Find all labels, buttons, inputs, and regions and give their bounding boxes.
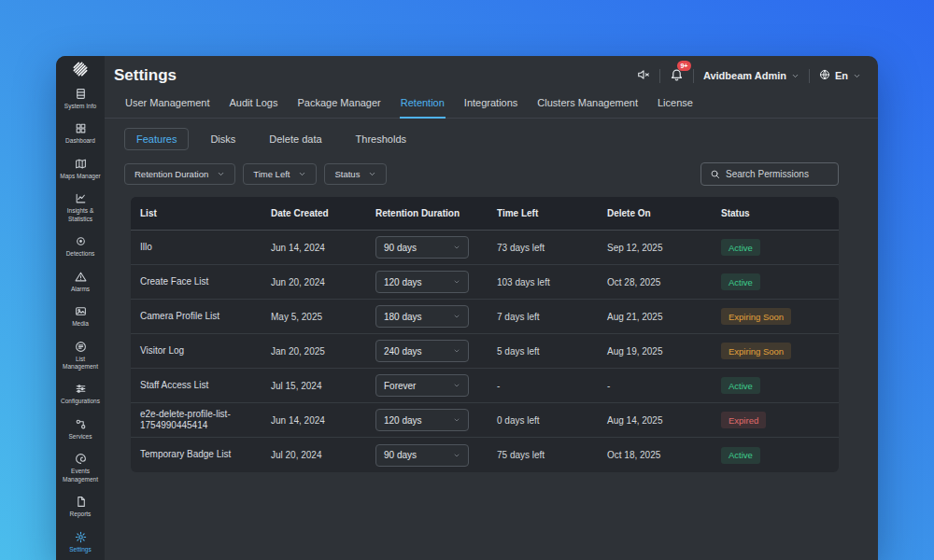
sidebar-item-dashboard[interactable]: Dashboard [56, 117, 105, 151]
status-badge: Active [721, 239, 760, 256]
time-left: 75 days left [497, 450, 607, 460]
retention-duration-select[interactable]: 90 days [375, 236, 469, 259]
table-row: Camera Profile List May 5, 2025 180 days… [131, 300, 839, 334]
retention-duration-select[interactable]: 120 days [375, 271, 469, 293]
sidebar-item-list-management[interactable]: List Management [56, 335, 105, 378]
subtab-thresholds[interactable]: Thresholds [344, 128, 418, 150]
list-management-icon [75, 341, 87, 353]
time-left: 0 days left [497, 415, 607, 426]
date-created: Jun 20, 2024 [271, 277, 375, 287]
events-management-icon [75, 453, 87, 465]
app-window: System Info Dashboard Maps Manager Insig… [56, 56, 878, 560]
chevron-down-icon [453, 452, 460, 459]
chevron-down-icon [453, 278, 460, 286]
retention-table: List Date Created Retention Duration Tim… [131, 197, 839, 472]
table-header-row: List Date Created Retention Duration Tim… [131, 197, 839, 231]
sidebar-item-services[interactable]: Services [56, 413, 105, 447]
chevron-down-icon [453, 382, 460, 389]
globe-icon [819, 69, 830, 82]
chevron-down-icon [453, 347, 460, 355]
delete-on: Aug 19, 2025 [607, 346, 721, 357]
column-header-list: List [140, 208, 271, 218]
table-row: Illo Jun 14, 2024 90 days 73 days left S… [131, 231, 839, 265]
language-menu[interactable]: En [819, 69, 861, 82]
chevron-down-icon [453, 313, 460, 320]
status-badge: Expiring Soon [721, 308, 791, 325]
alarms-icon [75, 271, 87, 283]
main-area: Settings 9+ Avidbeam Admin [105, 56, 878, 560]
sidebar-item-reports[interactable]: Reports [56, 490, 105, 525]
list-name: Visitor Log [140, 345, 271, 357]
desktop-background: System Info Dashboard Maps Manager Insig… [0, 0, 934, 560]
table-row: Visitor Log Jan 20, 2025 240 days 5 days… [131, 334, 839, 369]
subtab-features[interactable]: Features [124, 128, 189, 150]
retention-duration-select[interactable]: 180 days [375, 305, 469, 328]
search-box[interactable] [700, 162, 839, 186]
filter-dropdown-time-left[interactable]: Time Left [243, 163, 317, 185]
retention-duration-select[interactable]: 120 days [375, 409, 469, 431]
sidebar: System Info Dashboard Maps Manager Insig… [56, 56, 105, 560]
chevron-down-icon [791, 72, 800, 80]
tab-retention[interactable]: Retention [400, 95, 446, 119]
date-created: May 5, 2025 [271, 312, 375, 322]
retention-subtabs: Features Disks Delete data Thresholds [124, 128, 878, 150]
sidebar-item-detections[interactable]: Detections [56, 230, 105, 264]
filter-dropdown-retention-duration[interactable]: Retention Duration [124, 163, 235, 185]
table-body: Illo Jun 14, 2024 90 days 73 days left S… [131, 231, 839, 472]
chevron-down-icon [453, 244, 460, 251]
filter-dropdowns: Retention Duration Time Left Status [124, 163, 387, 185]
services-icon [75, 418, 87, 430]
time-left: 7 days left [497, 312, 607, 322]
user-name: Avidbeam Admin [703, 70, 786, 81]
filter-row: Retention Duration Time Left Status [124, 162, 839, 186]
list-name: Temporary Badge List [140, 449, 271, 461]
sidebar-item-insights-statistics[interactable]: Insights & Statistics [56, 187, 105, 230]
detections-icon [75, 235, 87, 247]
column-header-delete-on: Delete On [607, 208, 721, 218]
list-name: Staff Access List [140, 380, 271, 392]
notifications-button[interactable]: 9+ [670, 67, 684, 84]
media-icon [75, 305, 87, 317]
time-left: 103 days left [497, 277, 607, 287]
settings-icon [75, 531, 87, 543]
configurations-icon [75, 383, 87, 395]
status-badge: Active [721, 273, 760, 290]
subtab-disks[interactable]: Disks [198, 128, 248, 150]
tab-audit-logs[interactable]: Audit Logs [229, 95, 279, 119]
retention-duration-select[interactable]: 240 days [375, 340, 469, 362]
header-controls: 9+ Avidbeam Admin En [637, 67, 861, 84]
subtab-delete-data[interactable]: Delete data [257, 128, 333, 150]
tab-clusters-management[interactable]: Clusters Management [536, 95, 639, 119]
filter-dropdown-status[interactable]: Status [324, 163, 387, 185]
chevron-down-icon [298, 170, 306, 178]
tab-package-manager[interactable]: Package Manager [296, 95, 381, 119]
app-logo-icon[interactable] [56, 56, 105, 82]
insights-icon [75, 192, 87, 204]
list-name: Create Face List [140, 276, 271, 288]
tab-license[interactable]: License [657, 95, 694, 119]
sidebar-item-settings[interactable]: Settings [56, 525, 105, 560]
user-menu[interactable]: Avidbeam Admin [703, 70, 800, 81]
tab-integrations[interactable]: Integrations [463, 95, 518, 119]
sidebar-nav: System Info Dashboard Maps Manager Insig… [56, 82, 105, 560]
retention-duration-select[interactable]: 90 days [375, 444, 469, 467]
maps-manager-icon [75, 158, 87, 170]
status-badge: Expiring Soon [721, 343, 791, 359]
search-input[interactable] [726, 169, 829, 179]
sidebar-item-configurations[interactable]: Configurations [56, 377, 105, 412]
retention-duration-select[interactable]: Forever [375, 374, 469, 397]
chevron-down-icon [453, 416, 460, 424]
chevron-down-icon [368, 170, 376, 178]
table-row: e2e-delete-profile-list-1754990445414 Ju… [131, 403, 839, 438]
date-created: Jun 14, 2024 [271, 243, 375, 253]
header-divider [693, 69, 694, 83]
sidebar-item-alarms[interactable]: Alarms [56, 265, 105, 300]
sidebar-item-events-management[interactable]: Events Management [56, 447, 105, 490]
sidebar-item-system-info[interactable]: System Info [56, 82, 105, 117]
mute-button[interactable] [637, 68, 650, 84]
sidebar-item-media[interactable]: Media [56, 300, 105, 334]
sidebar-item-maps-manager[interactable]: Maps Manager [56, 152, 105, 187]
tab-user-management[interactable]: User Management [124, 95, 211, 119]
date-created: Jan 20, 2025 [271, 346, 375, 357]
column-header-status: Status [721, 208, 829, 218]
